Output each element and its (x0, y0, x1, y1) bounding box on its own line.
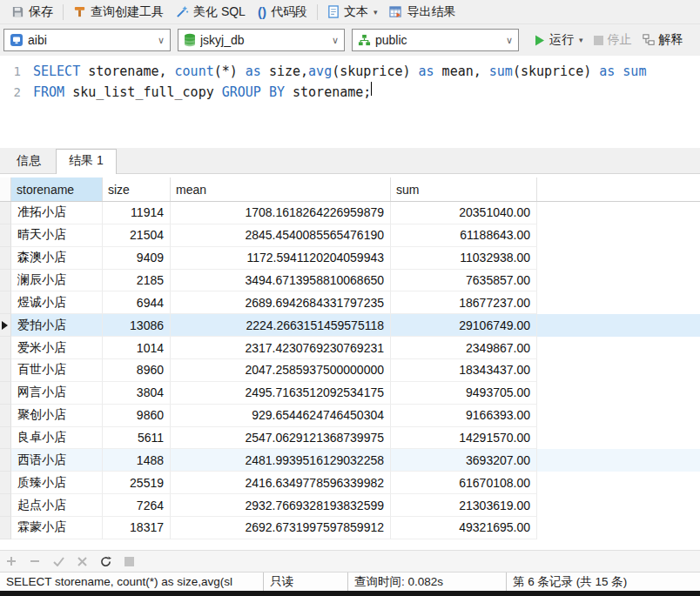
row-gutter[interactable] (0, 494, 11, 517)
cell-size[interactable]: 21504 (103, 224, 171, 247)
cell-size[interactable]: 8960 (103, 359, 171, 382)
table-row[interactable]: 西语小店14882481.99395161290322583693207.00 (0, 449, 700, 472)
query-builder-button[interactable]: 查询创建工具 (67, 2, 170, 23)
cell-storename[interactable]: 西语小店 (11, 449, 103, 472)
row-gutter[interactable] (0, 472, 11, 494)
cell-storename[interactable]: 晴天小店 (11, 224, 103, 247)
add-record-icon[interactable] (5, 555, 17, 567)
cell-size[interactable]: 9860 (103, 405, 171, 427)
cell-size[interactable]: 7264 (103, 494, 171, 517)
cell-sum[interactable]: 9493705.00 (391, 382, 537, 405)
run-button[interactable]: 运行 ▾ (531, 30, 587, 50)
table-row[interactable]: 网言小店38042495.71635120925341759493705.00 (0, 382, 700, 405)
cell-storename[interactable]: 煜诚小店 (11, 291, 103, 314)
table-row[interactable]: 起点小店72642932.766932819383259921303619.00 (0, 494, 700, 517)
cell-size[interactable]: 6944 (103, 291, 171, 314)
text-view-caret-icon[interactable]: ▾ (374, 8, 378, 17)
cell-mean[interactable]: 2495.7163512092534175 (171, 382, 391, 405)
row-gutter[interactable] (0, 359, 11, 382)
table-row[interactable]: 聚创小店9860929.65446247464503049166393.00 (0, 405, 700, 427)
cell-mean[interactable]: 1708.1618264226959879 (171, 202, 391, 224)
explain-button[interactable]: 解释 (639, 30, 687, 50)
row-gutter[interactable] (0, 337, 11, 359)
stop-button[interactable]: 停止 (590, 30, 636, 50)
export-result-button[interactable]: 导出结果 (383, 2, 461, 23)
cell-size[interactable]: 5611 (103, 427, 171, 450)
connection-select[interactable]: aibi ∨ (3, 29, 171, 51)
cell-sum[interactable]: 3693207.00 (391, 449, 537, 472)
cell-mean[interactable]: 929.6544624746450304 (171, 405, 391, 427)
column-header-storename[interactable]: storename (11, 177, 103, 201)
cell-mean[interactable]: 2047.2585937500000000 (171, 359, 391, 382)
table-row[interactable]: 质臻小店255192416.634977859633998261670108.0… (0, 472, 700, 494)
column-header-sum[interactable]: sum (391, 177, 537, 201)
sql-editor[interactable]: 1SELECT storename, count(*) as size,avg(… (0, 56, 700, 148)
cell-storename[interactable]: 良卓小店 (11, 427, 103, 450)
tab-result-1[interactable]: 结果 1 (56, 149, 117, 174)
row-gutter[interactable] (0, 202, 11, 224)
row-gutter[interactable] (0, 291, 11, 314)
discard-changes-icon[interactable] (76, 555, 88, 567)
delete-record-icon[interactable] (29, 555, 41, 567)
cell-storename[interactable]: 霖蒙小店 (11, 517, 103, 539)
database-select[interactable]: jskyj_db ∨ (178, 29, 345, 51)
cell-size[interactable]: 1488 (103, 449, 171, 472)
row-gutter[interactable] (0, 224, 11, 247)
cell-sum[interactable]: 61188643.00 (391, 224, 537, 247)
cell-sum[interactable]: 21303619.00 (391, 494, 537, 517)
cell-sum[interactable]: 29106749.00 (391, 314, 537, 337)
cell-storename[interactable]: 澜辰小店 (11, 270, 103, 292)
tab-info[interactable]: 信息 (3, 149, 54, 173)
cell-mean[interactable]: 1172.5941120204059943 (171, 247, 391, 270)
cell-sum[interactable]: 14291570.00 (391, 427, 537, 450)
refresh-icon[interactable] (99, 555, 111, 567)
apply-changes-icon[interactable] (52, 555, 64, 567)
row-gutter[interactable] (0, 449, 11, 472)
row-gutter[interactable] (0, 427, 11, 450)
code-snippet-button[interactable]: () 代码段 (252, 2, 313, 23)
cell-sum[interactable]: 11032938.00 (391, 247, 537, 270)
row-gutter[interactable] (0, 405, 11, 427)
cell-size[interactable]: 1014 (103, 337, 171, 359)
cell-mean[interactable]: 2224.2663151459575118 (171, 314, 391, 337)
cell-size[interactable]: 2185 (103, 270, 171, 292)
cell-size[interactable]: 9409 (103, 247, 171, 270)
cell-storename[interactable]: 聚创小店 (11, 405, 103, 427)
cell-mean[interactable]: 2317.4230769230769231 (171, 337, 391, 359)
cell-mean[interactable]: 2689.6942684331797235 (171, 291, 391, 314)
cell-size[interactable]: 25519 (103, 472, 171, 494)
cell-sum[interactable]: 18677237.00 (391, 291, 537, 314)
table-row[interactable]: 澜辰小店21853494.67139588100686507635857.00 (0, 270, 700, 292)
cell-mean[interactable]: 2416.6349778596339982 (171, 472, 391, 494)
cell-storename[interactable]: 网言小店 (11, 382, 103, 405)
cell-mean[interactable]: 2845.4540085565476190 (171, 224, 391, 247)
beautify-sql-button[interactable]: 美化 SQL (170, 2, 252, 23)
cell-size[interactable]: 13086 (103, 314, 171, 337)
table-row[interactable]: 晴天小店215042845.454008556547619061188643.0… (0, 224, 700, 247)
code-line[interactable]: 2FROM sku_list_full_copy GROUP BY storen… (0, 82, 700, 103)
table-row[interactable]: 森澳小店94091172.594112020405994311032938.00 (0, 247, 700, 270)
row-gutter[interactable] (0, 314, 11, 337)
table-row[interactable]: 准拓小店119141708.161826422695987920351040.0… (0, 202, 700, 224)
cell-mean[interactable]: 2932.7669328193832599 (171, 494, 391, 517)
cell-sum[interactable]: 2349867.00 (391, 337, 537, 359)
cell-mean[interactable]: 3494.6713958810068650 (171, 270, 391, 292)
stop-loading-icon[interactable] (123, 555, 135, 567)
schema-select[interactable]: public ∨ (352, 29, 519, 51)
table-row[interactable]: 百世小店89602047.258593750000000018343437.00 (0, 359, 700, 382)
row-gutter[interactable] (0, 247, 11, 270)
column-header-mean[interactable]: mean (171, 177, 391, 201)
table-row[interactable]: 爱拍小店130862224.266315145957511829106749.0… (0, 314, 700, 337)
cell-sum[interactable]: 20351040.00 (391, 202, 537, 224)
table-row[interactable]: 良卓小店56112547.062912136873997514291570.00 (0, 427, 700, 450)
cell-sum[interactable]: 49321695.00 (391, 517, 537, 539)
cell-size[interactable]: 11914 (103, 202, 171, 224)
cell-storename[interactable]: 准拓小店 (11, 202, 103, 224)
column-header-size[interactable]: size (103, 177, 171, 201)
row-gutter[interactable] (0, 382, 11, 405)
text-view-button[interactable]: 文本 ▾ (321, 2, 384, 23)
run-caret-icon[interactable]: ▾ (579, 36, 583, 44)
cell-mean[interactable]: 2481.9939516129032258 (171, 449, 391, 472)
cell-mean[interactable]: 2547.0629121368739975 (171, 427, 391, 450)
save-button[interactable]: 保存 (5, 2, 59, 23)
